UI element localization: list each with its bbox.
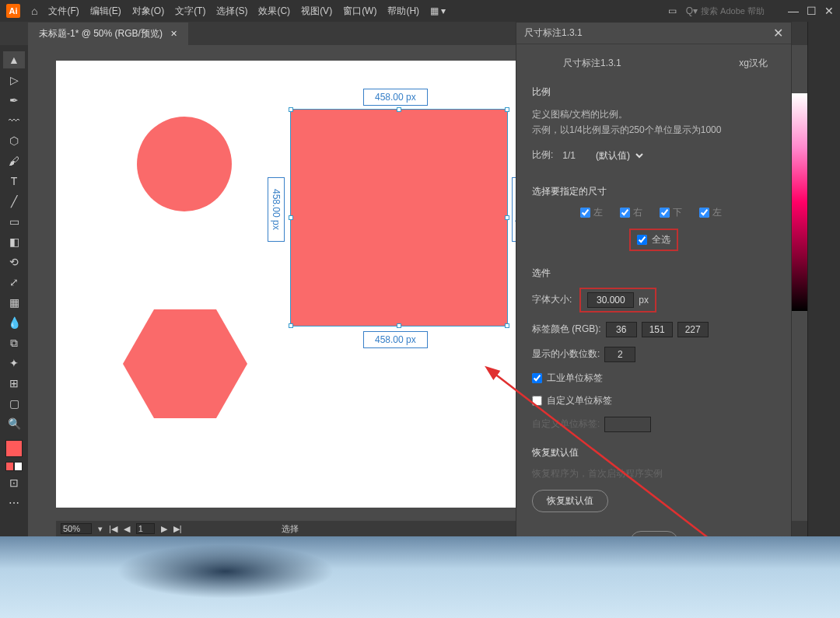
- gradient-tool-icon[interactable]: ▦: [3, 294, 25, 311]
- stroke-swatch[interactable]: [5, 462, 23, 471]
- pen-tool-icon[interactable]: ✒: [3, 92, 25, 109]
- ck-right2[interactable]: 左: [699, 206, 722, 219]
- restore-button[interactable]: 恢复默认值: [532, 490, 608, 512]
- circle-shape[interactable]: [137, 117, 232, 211]
- dialog-close-icon[interactable]: ✕: [773, 26, 783, 40]
- zoom-dropdown-icon[interactable]: ▾: [98, 524, 103, 534]
- scale-heading: 比例: [532, 86, 775, 99]
- eraser-tool-icon[interactable]: ◧: [3, 233, 25, 250]
- artboard[interactable]: 458.00 px 458.00 px 458.00 px 458.00 px: [56, 61, 523, 508]
- tab-close-icon[interactable]: ✕: [170, 29, 177, 39]
- search-icon: Q▾: [686, 5, 698, 16]
- blend-tool-icon[interactable]: ⧉: [3, 334, 25, 351]
- menu-effect[interactable]: 效果(C): [258, 5, 290, 18]
- eyedropper-tool-icon[interactable]: 💧: [3, 314, 25, 331]
- color-r-input[interactable]: [606, 322, 637, 337]
- nav-first-icon[interactable]: |◀: [109, 524, 117, 534]
- menu-view[interactable]: 视图(V): [301, 5, 332, 18]
- scale-ratio[interactable]: 1/1: [562, 150, 576, 161]
- font-size-input[interactable]: [587, 292, 634, 308]
- decimals-input[interactable]: [604, 347, 635, 362]
- graph-tool-icon[interactable]: ⊞: [3, 375, 25, 392]
- menu-bar: Ai ⌂ 文件(F) 编辑(E) 对象(O) 文字(T) 选择(S) 效果(C)…: [0, 0, 840, 22]
- dimension-bottom: 458.00 px: [363, 331, 428, 348]
- workspace-icon[interactable]: ▭: [668, 5, 677, 16]
- custom-unit-field-label: 自定义单位标签:: [532, 417, 600, 431]
- brush-tool-icon[interactable]: 🖌: [3, 152, 25, 169]
- minimize-icon[interactable]: —: [788, 5, 799, 17]
- selection-tool-icon[interactable]: ▲: [3, 51, 25, 68]
- menu-type[interactable]: 文字(T): [175, 5, 205, 18]
- scale-default-select[interactable]: (默认值): [590, 148, 646, 163]
- direct-selection-tool-icon[interactable]: ▷: [3, 72, 25, 89]
- dialog-title: 尺寸标注1.3.1: [524, 26, 583, 40]
- symbol-tool-icon[interactable]: ✦: [3, 354, 25, 372]
- custom-unit-field: [604, 417, 651, 432]
- layout-icon[interactable]: ▦ ▾: [430, 5, 446, 16]
- restore-desc: 恢复程序为，首次启动程序实例: [532, 467, 775, 480]
- font-unit: px: [639, 295, 649, 306]
- custom-unit-ck[interactable]: [532, 396, 542, 406]
- help-search-input[interactable]: [701, 6, 779, 16]
- menu-object[interactable]: 对象(O): [132, 5, 164, 18]
- page-input[interactable]: [136, 523, 155, 534]
- nav-next-icon[interactable]: ▶: [161, 524, 167, 534]
- select-all-highlight[interactable]: 全选: [629, 229, 678, 251]
- nav-last-icon[interactable]: ▶|: [173, 524, 182, 534]
- menu-window[interactable]: 窗口(W): [343, 5, 376, 18]
- scale-tool-icon[interactable]: ⤢: [3, 274, 25, 291]
- curvature-tool-icon[interactable]: 〰: [3, 112, 25, 129]
- decimals-label: 显示的小数位数:: [532, 347, 600, 361]
- help-search[interactable]: Q▾: [686, 5, 779, 16]
- close-icon[interactable]: ✕: [824, 5, 834, 17]
- rotate-tool-icon[interactable]: ⟲: [3, 253, 25, 271]
- more-tools-icon[interactable]: ⋯: [3, 494, 25, 512]
- menu-file[interactable]: 文件(F): [48, 5, 79, 18]
- ck-right[interactable]: 右: [620, 206, 642, 219]
- status-label: 选择: [282, 523, 299, 535]
- color-b-input[interactable]: [677, 322, 709, 337]
- menu-edit[interactable]: 编辑(E): [90, 5, 121, 18]
- zoom-input[interactable]: [61, 523, 92, 534]
- custom-unit-label: 自定义单位标签: [547, 394, 612, 407]
- tool-palette: ▲ ▷ ✒ 〰 ⬡ 🖌 T ╱ ▭ ◧ ⟲ ⤢ ▦ 💧 ⧉ ✦ ⊞ ▢ 🔍 ⊡ …: [0, 45, 28, 536]
- dialog-subtitle: 尺寸标注1.3.1: [563, 57, 621, 70]
- restore-heading: 恢复默认值: [532, 446, 775, 459]
- dialog-credit: xg汉化: [739, 57, 768, 70]
- color-picker-gradient[interactable]: [792, 93, 807, 311]
- ck-down[interactable]: 下: [660, 206, 682, 219]
- screen-mode-icon[interactable]: ⊡: [3, 474, 25, 491]
- shape-tool-icon[interactable]: ⬡: [3, 132, 25, 149]
- rectangle-shape[interactable]: [290, 109, 508, 326]
- ck-left[interactable]: 左: [580, 206, 603, 219]
- rectangle-tool-icon[interactable]: ▭: [3, 213, 25, 230]
- scale-desc-2: 示例，以1/4比例显示的250个单位显示为1000: [532, 122, 775, 138]
- dimensions-dialog: 尺寸标注1.3.1 ✕ 尺寸标注1.3.1 xg汉化 比例 定义图稿/文档的比例…: [516, 22, 792, 597]
- menu-select[interactable]: 选择(S): [216, 5, 247, 18]
- right-panel-strip[interactable]: [807, 22, 840, 618]
- nav-prev-icon[interactable]: ◀: [124, 524, 130, 534]
- dims-heading: 选择要指定的尺寸: [532, 185, 775, 198]
- scale-label: 比例:: [532, 148, 553, 162]
- fill-swatch[interactable]: [5, 440, 23, 457]
- app-logo-icon: Ai: [6, 4, 20, 18]
- tab-title: 未标题-1* @ 50% (RGB/预览): [39, 27, 163, 40]
- document-tab[interactable]: 未标题-1* @ 50% (RGB/预览) ✕: [28, 23, 188, 45]
- zoom-tool-icon[interactable]: 🔍: [3, 415, 25, 432]
- hexagon-shape[interactable]: [123, 309, 247, 418]
- dialog-header[interactable]: 尺寸标注1.3.1 ✕: [516, 23, 791, 44]
- dimension-top: 458.00 px: [363, 89, 428, 106]
- home-icon[interactable]: ⌂: [31, 5, 37, 17]
- maximize-icon[interactable]: ☐: [807, 5, 817, 17]
- opts-heading: 选件: [532, 267, 775, 280]
- color-g-input[interactable]: [642, 322, 673, 337]
- industrial-label: 工业单位标签: [547, 372, 603, 385]
- ck-all[interactable]: [637, 235, 647, 245]
- dimension-left: 458.00 px: [268, 177, 285, 242]
- menu-help[interactable]: 帮助(H): [387, 5, 419, 18]
- type-tool-icon[interactable]: T: [3, 173, 25, 190]
- industrial-ck[interactable]: [532, 373, 542, 383]
- font-size-label: 字体大小:: [532, 293, 572, 306]
- artboard-tool-icon[interactable]: ▢: [3, 395, 25, 412]
- line-tool-icon[interactable]: ╱: [3, 193, 25, 210]
